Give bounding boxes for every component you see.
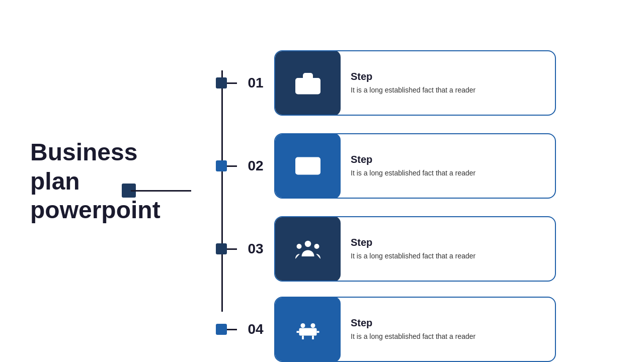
svg-point-11 — [301, 323, 305, 328]
svg-point-8 — [297, 244, 302, 249]
step-icon-box-4 — [275, 297, 341, 362]
branch-square-3 — [216, 243, 227, 254]
step-label-4: Step — [351, 317, 545, 329]
root-connector-line — [131, 190, 191, 192]
branch-line-2 — [227, 165, 237, 167]
team-icon — [293, 234, 323, 264]
branch-2: 02 Step It is a long established fact th… — [221, 133, 556, 199]
step-number-2: 02 — [243, 158, 268, 174]
svg-point-9 — [314, 244, 319, 249]
step-icon-box-3 — [275, 216, 341, 282]
svg-point-7 — [305, 241, 311, 247]
step-number-1: 01 — [243, 75, 268, 91]
svg-point-3 — [300, 163, 306, 169]
branch-square-4 — [216, 324, 227, 335]
branch-line-3 — [227, 248, 237, 250]
page-title: Business plan powerpoint — [30, 138, 171, 225]
step-text-1: Step It is a long established fact that … — [341, 64, 555, 103]
step-icon-box-2 — [275, 133, 341, 199]
step-card-2: Step It is a long established fact that … — [274, 133, 556, 199]
step-card-4: Step It is a long established fact that … — [274, 297, 556, 362]
step-text-3: Step It is a long established fact that … — [341, 230, 555, 268]
step-card-3: Step It is a long established fact that … — [274, 216, 556, 282]
diagram-container: 01 Step It is a long established fact th… — [191, 15, 624, 347]
step-text-4: Step It is a long established fact that … — [341, 310, 555, 349]
step-desc-1: It is a long established fact that a rea… — [351, 85, 545, 96]
step-desc-2: It is a long established fact that a rea… — [351, 168, 545, 178]
briefcase-icon — [293, 68, 323, 98]
branch-4: 04 Step It is a long established fact th… — [221, 297, 556, 362]
branch-square-2 — [216, 160, 227, 171]
svg-point-12 — [311, 323, 315, 328]
id-card-icon — [293, 151, 323, 181]
step-number-4: 04 — [243, 321, 268, 337]
step-card-1: Step It is a long established fact that … — [274, 50, 556, 116]
branch-3: 03 Step It is a long established fact th… — [221, 216, 556, 282]
step-label-2: Step — [351, 154, 545, 165]
step-text-2: Step It is a long established fact that … — [341, 147, 555, 186]
step-desc-3: It is a long established fact that a rea… — [351, 251, 545, 261]
branch-line-4 — [227, 329, 237, 330]
step-icon-box-1 — [275, 50, 341, 116]
step-label-1: Step — [351, 71, 545, 82]
svg-rect-10 — [299, 328, 317, 336]
meeting-icon — [293, 314, 323, 344]
branch-1: 01 Step It is a long established fact th… — [221, 50, 556, 116]
step-desc-4: It is a long established fact that a rea… — [351, 332, 545, 342]
step-label-3: Step — [351, 237, 545, 248]
branch-line-1 — [227, 82, 237, 84]
branch-square-1 — [216, 77, 227, 88]
step-number-3: 03 — [243, 241, 268, 257]
